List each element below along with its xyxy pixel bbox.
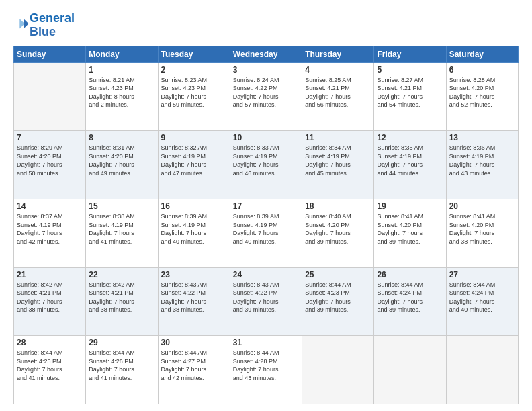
day-info: Sunrise: 8:44 AM Sunset: 4:26 PM Dayligh…: [89, 349, 154, 382]
week-row-1: 1Sunrise: 8:21 AM Sunset: 4:23 PM Daylig…: [14, 62, 519, 131]
day-info: Sunrise: 8:44 AM Sunset: 4:27 PM Dayligh…: [161, 349, 227, 382]
day-number: 25: [305, 270, 371, 279]
day-number: 7: [17, 133, 83, 142]
calendar-cell: 5Sunrise: 8:27 AM Sunset: 4:21 PM Daylig…: [374, 62, 446, 131]
day-number: 15: [89, 201, 154, 211]
calendar-cell: 21Sunrise: 8:42 AM Sunset: 4:21 PM Dayli…: [14, 267, 86, 336]
day-info: Sunrise: 8:40 AM Sunset: 4:20 PM Dayligh…: [305, 212, 371, 246]
day-number: 16: [161, 201, 227, 211]
calendar-cell: 27Sunrise: 8:44 AM Sunset: 4:24 PM Dayli…: [446, 267, 518, 336]
week-row-4: 21Sunrise: 8:42 AM Sunset: 4:21 PM Dayli…: [14, 267, 519, 336]
week-row-2: 7Sunrise: 8:29 AM Sunset: 4:20 PM Daylig…: [14, 131, 519, 199]
calendar-cell: 4Sunrise: 8:25 AM Sunset: 4:21 PM Daylig…: [302, 62, 374, 131]
day-info: Sunrise: 8:41 AM Sunset: 4:20 PM Dayligh…: [377, 212, 443, 246]
day-number: 3: [233, 65, 299, 75]
day-info: Sunrise: 8:36 AM Sunset: 4:19 PM Dayligh…: [449, 144, 515, 177]
calendar-cell: 12Sunrise: 8:35 AM Sunset: 4:19 PM Dayli…: [374, 131, 446, 199]
day-info: Sunrise: 8:28 AM Sunset: 4:20 PM Dayligh…: [449, 76, 515, 109]
calendar-cell: 11Sunrise: 8:34 AM Sunset: 4:19 PM Dayli…: [302, 131, 374, 199]
day-number: 10: [233, 133, 299, 142]
day-info: Sunrise: 8:43 AM Sunset: 4:22 PM Dayligh…: [233, 281, 299, 314]
day-number: 30: [161, 338, 227, 347]
day-info: Sunrise: 8:39 AM Sunset: 4:19 PM Dayligh…: [161, 212, 227, 246]
calendar-cell: 1Sunrise: 8:21 AM Sunset: 4:23 PM Daylig…: [86, 62, 158, 131]
day-number: 8: [89, 133, 154, 142]
calendar-cell: 10Sunrise: 8:33 AM Sunset: 4:19 PM Dayli…: [230, 131, 302, 199]
page: General Blue SundayMondayTuesdayWednesda…: [0, 0, 532, 411]
day-info: Sunrise: 8:42 AM Sunset: 4:21 PM Dayligh…: [89, 281, 154, 314]
week-row-5: 28Sunrise: 8:44 AM Sunset: 4:25 PM Dayli…: [14, 336, 519, 404]
column-header-friday: Friday: [374, 46, 446, 62]
day-number: 22: [89, 270, 154, 279]
calendar-cell: 25Sunrise: 8:44 AM Sunset: 4:23 PM Dayli…: [302, 267, 374, 336]
calendar-cell: 2Sunrise: 8:23 AM Sunset: 4:23 PM Daylig…: [158, 62, 230, 131]
calendar-cell: 22Sunrise: 8:42 AM Sunset: 4:21 PM Dayli…: [86, 267, 158, 336]
day-number: 18: [305, 201, 371, 211]
day-info: Sunrise: 8:25 AM Sunset: 4:21 PM Dayligh…: [305, 76, 371, 109]
day-info: Sunrise: 8:34 AM Sunset: 4:19 PM Dayligh…: [305, 144, 371, 177]
calendar-cell: 30Sunrise: 8:44 AM Sunset: 4:27 PM Dayli…: [158, 336, 230, 404]
day-number: 5: [377, 65, 443, 75]
calendar-cell: 26Sunrise: 8:44 AM Sunset: 4:24 PM Dayli…: [374, 267, 446, 336]
day-info: Sunrise: 8:44 AM Sunset: 4:24 PM Dayligh…: [449, 281, 515, 314]
calendar-cell: 6Sunrise: 8:28 AM Sunset: 4:20 PM Daylig…: [446, 62, 518, 131]
header: General Blue: [13, 12, 519, 39]
day-number: 28: [17, 338, 83, 347]
day-number: 6: [449, 65, 515, 75]
column-header-thursday: Thursday: [302, 46, 374, 62]
column-header-saturday: Saturday: [446, 46, 518, 62]
day-number: 9: [161, 133, 227, 142]
column-header-wednesday: Wednesday: [230, 46, 302, 62]
calendar-cell: 7Sunrise: 8:29 AM Sunset: 4:20 PM Daylig…: [14, 131, 86, 199]
calendar-cell: 13Sunrise: 8:36 AM Sunset: 4:19 PM Dayli…: [446, 131, 518, 199]
day-number: 20: [449, 201, 515, 211]
day-info: Sunrise: 8:42 AM Sunset: 4:21 PM Dayligh…: [17, 281, 83, 314]
day-number: 12: [377, 133, 443, 142]
day-info: Sunrise: 8:35 AM Sunset: 4:19 PM Dayligh…: [377, 144, 443, 177]
day-number: 29: [89, 338, 154, 347]
day-info: Sunrise: 8:33 AM Sunset: 4:19 PM Dayligh…: [233, 144, 299, 177]
column-header-sunday: Sunday: [14, 46, 86, 62]
calendar-cell: 19Sunrise: 8:41 AM Sunset: 4:20 PM Dayli…: [374, 199, 446, 267]
day-number: 17: [233, 201, 299, 211]
day-info: Sunrise: 8:44 AM Sunset: 4:28 PM Dayligh…: [233, 349, 299, 382]
logo: General Blue: [13, 12, 75, 39]
day-info: Sunrise: 8:41 AM Sunset: 4:20 PM Dayligh…: [449, 212, 515, 246]
day-info: Sunrise: 8:21 AM Sunset: 4:23 PM Dayligh…: [89, 76, 154, 109]
calendar-cell: 3Sunrise: 8:24 AM Sunset: 4:22 PM Daylig…: [230, 62, 302, 131]
calendar-cell: 23Sunrise: 8:43 AM Sunset: 4:22 PM Dayli…: [158, 267, 230, 336]
day-number: 4: [305, 65, 371, 75]
day-info: Sunrise: 8:38 AM Sunset: 4:19 PM Dayligh…: [89, 212, 154, 246]
day-number: 26: [377, 270, 443, 279]
day-number: 27: [449, 270, 515, 279]
calendar-cell: 9Sunrise: 8:32 AM Sunset: 4:19 PM Daylig…: [158, 131, 230, 199]
logo-icon: [15, 17, 30, 32]
day-number: 24: [233, 270, 299, 279]
day-info: Sunrise: 8:44 AM Sunset: 4:25 PM Dayligh…: [17, 349, 83, 382]
calendar-cell: 28Sunrise: 8:44 AM Sunset: 4:25 PM Dayli…: [14, 336, 86, 404]
calendar-cell: [446, 336, 518, 404]
day-number: 1: [89, 65, 154, 75]
day-info: Sunrise: 8:44 AM Sunset: 4:23 PM Dayligh…: [305, 281, 371, 314]
header-row: SundayMondayTuesdayWednesdayThursdayFrid…: [14, 46, 519, 62]
calendar-cell: 14Sunrise: 8:37 AM Sunset: 4:19 PM Dayli…: [14, 199, 86, 267]
calendar-cell: 17Sunrise: 8:39 AM Sunset: 4:19 PM Dayli…: [230, 199, 302, 267]
calendar-table: SundayMondayTuesdayWednesdayThursdayFrid…: [13, 46, 519, 404]
day-info: Sunrise: 8:32 AM Sunset: 4:19 PM Dayligh…: [161, 144, 227, 177]
day-number: 19: [377, 201, 443, 211]
day-number: 14: [17, 201, 83, 211]
calendar-cell: 18Sunrise: 8:40 AM Sunset: 4:20 PM Dayli…: [302, 199, 374, 267]
calendar-cell: 29Sunrise: 8:44 AM Sunset: 4:26 PM Dayli…: [86, 336, 158, 404]
calendar-cell: 16Sunrise: 8:39 AM Sunset: 4:19 PM Dayli…: [158, 199, 230, 267]
day-info: Sunrise: 8:24 AM Sunset: 4:22 PM Dayligh…: [233, 76, 299, 109]
calendar-cell: 8Sunrise: 8:31 AM Sunset: 4:20 PM Daylig…: [86, 131, 158, 199]
calendar-cell: [302, 336, 374, 404]
day-info: Sunrise: 8:44 AM Sunset: 4:24 PM Dayligh…: [377, 281, 443, 314]
day-info: Sunrise: 8:29 AM Sunset: 4:20 PM Dayligh…: [17, 144, 83, 177]
calendar-cell: [14, 62, 86, 131]
calendar-cell: 31Sunrise: 8:44 AM Sunset: 4:28 PM Dayli…: [230, 336, 302, 404]
calendar-cell: 24Sunrise: 8:43 AM Sunset: 4:22 PM Dayli…: [230, 267, 302, 336]
day-info: Sunrise: 8:27 AM Sunset: 4:21 PM Dayligh…: [377, 76, 443, 109]
day-number: 31: [233, 338, 299, 347]
day-number: 2: [161, 65, 227, 75]
